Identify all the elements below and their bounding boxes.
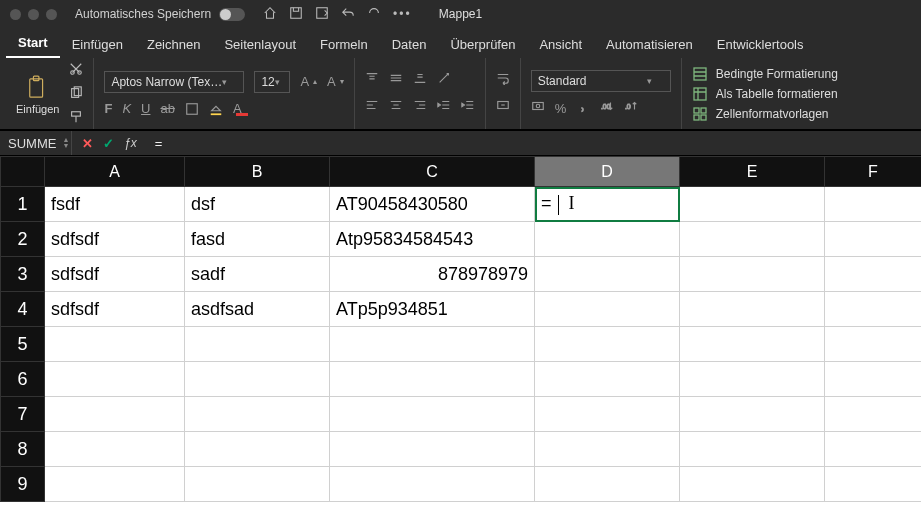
cell[interactable] (825, 222, 922, 257)
cell[interactable] (825, 257, 922, 292)
cell[interactable] (330, 397, 535, 432)
insert-function-icon[interactable]: ƒx (124, 136, 137, 150)
cell[interactable]: sdfsdf (45, 257, 185, 292)
cell[interactable] (330, 467, 535, 502)
font-color-icon[interactable]: A (233, 101, 248, 116)
align-left-icon[interactable] (365, 98, 379, 116)
cell[interactable] (825, 397, 922, 432)
redo-icon[interactable] (367, 6, 381, 23)
row-header[interactable]: 7 (1, 397, 45, 432)
worksheet[interactable]: A B C D E F 1 fsdf dsf AT90458430580 =I … (0, 156, 921, 532)
merge-cells-icon[interactable] (496, 98, 510, 116)
cell[interactable] (680, 362, 825, 397)
tab-ansicht[interactable]: Ansicht (527, 31, 594, 58)
align-middle-icon[interactable] (389, 71, 403, 89)
cell[interactable]: ATp5p934851 (330, 292, 535, 327)
italic-button[interactable]: K (122, 101, 131, 116)
format-painter-icon[interactable] (69, 110, 83, 128)
col-header-B[interactable]: B (185, 157, 330, 187)
row-header[interactable]: 8 (1, 432, 45, 467)
active-cell[interactable]: =I (535, 187, 680, 222)
orientation-icon[interactable] (437, 71, 451, 89)
currency-icon[interactable] (531, 99, 545, 117)
more-icon[interactable]: ••• (393, 7, 412, 21)
cell[interactable]: dsf (185, 187, 330, 222)
cell[interactable] (535, 397, 680, 432)
cell[interactable] (185, 327, 330, 362)
minimize-window-icon[interactable] (28, 9, 39, 20)
cell[interactable] (45, 467, 185, 502)
cell[interactable] (825, 467, 922, 502)
decrease-indent-icon[interactable] (437, 98, 451, 116)
border-icon[interactable] (185, 102, 199, 116)
close-window-icon[interactable] (10, 9, 21, 20)
autosave-toggle[interactable] (219, 8, 245, 21)
save-icon[interactable] (289, 6, 303, 23)
cell[interactable] (535, 257, 680, 292)
font-size-dropdown[interactable]: 12▾ (254, 71, 290, 93)
cell[interactable] (535, 292, 680, 327)
font-name-dropdown[interactable]: Aptos Narrow (Tex…▾ (104, 71, 244, 93)
conditional-formatting-button[interactable]: Bedingte Formatierung (692, 66, 838, 82)
strike-button[interactable]: ab (160, 101, 174, 116)
fill-color-icon[interactable] (209, 102, 223, 116)
accept-formula-icon[interactable]: ✓ (103, 136, 114, 151)
cell[interactable]: sdfsdf (45, 222, 185, 257)
cell-styles-button[interactable]: Zellenformatvorlagen (692, 106, 838, 122)
cell[interactable] (680, 397, 825, 432)
cell[interactable]: fsdf (45, 187, 185, 222)
underline-button[interactable]: U (141, 101, 150, 116)
format-as-table-button[interactable]: Als Tabelle formatieren (692, 86, 838, 102)
align-right-icon[interactable] (413, 98, 427, 116)
col-header-C[interactable]: C (330, 157, 535, 187)
decrease-font-icon[interactable]: A▾ (327, 74, 344, 89)
cell[interactable] (825, 362, 922, 397)
formula-input[interactable]: = (147, 136, 921, 151)
tab-entwicklertools[interactable]: Entwicklertools (705, 31, 816, 58)
row-header[interactable]: 5 (1, 327, 45, 362)
cell[interactable] (185, 467, 330, 502)
decrease-decimal-icon[interactable]: .0 (624, 99, 638, 117)
row-header[interactable]: 1 (1, 187, 45, 222)
cell[interactable] (45, 327, 185, 362)
cell[interactable] (45, 362, 185, 397)
tab-einfuegen[interactable]: Einfügen (60, 31, 135, 58)
increase-font-icon[interactable]: A▴ (300, 74, 317, 89)
percent-icon[interactable]: % (555, 101, 567, 116)
tab-daten[interactable]: Daten (380, 31, 439, 58)
undo-icon[interactable] (341, 6, 355, 23)
cell[interactable] (45, 432, 185, 467)
row-header[interactable]: 3 (1, 257, 45, 292)
cell[interactable]: sdfsdf (45, 292, 185, 327)
bold-button[interactable]: F (104, 101, 112, 116)
increase-decimal-icon[interactable]: .00 (600, 99, 614, 117)
cell[interactable] (185, 432, 330, 467)
cell[interactable] (680, 432, 825, 467)
name-box[interactable]: SUMME ▲▼ (0, 131, 72, 155)
cell[interactable] (535, 222, 680, 257)
cell[interactable] (680, 467, 825, 502)
tab-automatisieren[interactable]: Automatisieren (594, 31, 705, 58)
row-header[interactable]: 6 (1, 362, 45, 397)
tab-ueberpruefen[interactable]: Überprüfen (438, 31, 527, 58)
cell[interactable]: asdfsad (185, 292, 330, 327)
paste-button[interactable]: Einfügen (10, 75, 65, 115)
copy-icon[interactable] (69, 86, 83, 104)
cancel-formula-icon[interactable]: ✕ (82, 136, 93, 151)
chevron-down-icon[interactable]: ▲▼ (62, 137, 69, 149)
cell[interactable] (330, 362, 535, 397)
cell[interactable] (185, 397, 330, 432)
cell[interactable] (825, 292, 922, 327)
col-header-D[interactable]: D (535, 157, 680, 187)
export-icon[interactable] (315, 6, 329, 23)
cell[interactable] (680, 292, 825, 327)
cut-icon[interactable] (69, 62, 83, 80)
number-format-dropdown[interactable]: Standard▾ (531, 70, 671, 92)
row-header[interactable]: 2 (1, 222, 45, 257)
tab-formeln[interactable]: Formeln (308, 31, 380, 58)
cell[interactable]: fasd (185, 222, 330, 257)
select-all-corner[interactable] (1, 157, 45, 187)
cell[interactable] (680, 327, 825, 362)
window-controls[interactable] (10, 9, 57, 20)
cell[interactable] (330, 327, 535, 362)
